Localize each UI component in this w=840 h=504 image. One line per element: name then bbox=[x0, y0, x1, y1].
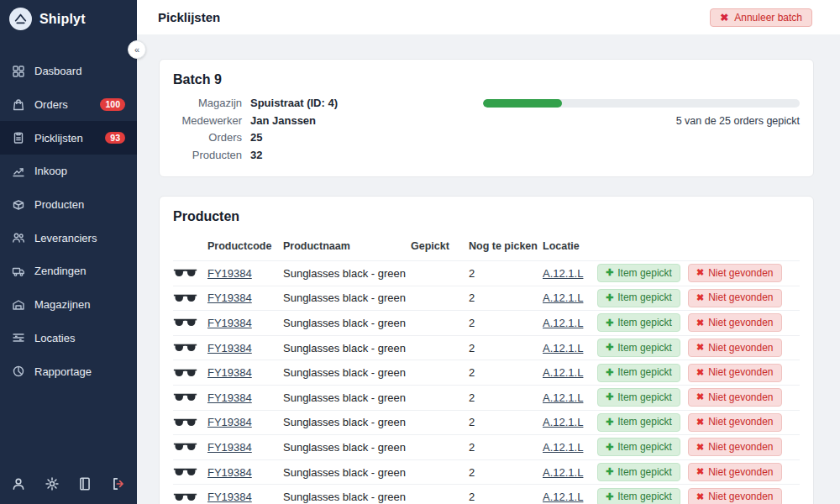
not-found-label: Niet gevonden bbox=[708, 291, 773, 304]
sidebar-item-label: Leveranciers bbox=[34, 232, 97, 244]
sidebar-item-magazijnen[interactable]: Magazijnen bbox=[0, 288, 137, 322]
sidebar-item-label: Locaties bbox=[34, 332, 75, 344]
not-found-label: Niet gevonden bbox=[708, 366, 773, 379]
gear-icon[interactable] bbox=[45, 476, 60, 491]
logout-icon[interactable] bbox=[111, 476, 126, 491]
shopping-bag-icon bbox=[12, 98, 25, 112]
trend-chart-icon bbox=[12, 165, 25, 178]
product-code-link[interactable]: FY19384 bbox=[207, 267, 252, 280]
sidebar-item-zendingen[interactable]: Zendingen bbox=[0, 255, 137, 288]
batch-card: Batch 9 Magazijn Spuistraat (ID: 4) Mede… bbox=[159, 59, 814, 177]
location-link[interactable]: A.12.1.L bbox=[543, 366, 583, 379]
location-link[interactable]: A.12.1.L bbox=[543, 291, 583, 304]
sidebar-item-leveranciers[interactable]: Leveranciers bbox=[0, 221, 137, 255]
item-picked-button[interactable]: ✚ Item gepickt bbox=[597, 463, 680, 481]
user-icon[interactable] bbox=[11, 476, 26, 491]
product-code-link[interactable]: FY19384 bbox=[207, 491, 252, 503]
sidebar-item-label: Zendingen bbox=[34, 265, 86, 277]
to-pick-count: 2 bbox=[469, 267, 543, 280]
item-picked-button[interactable]: ✚ Item gepickt bbox=[597, 413, 680, 432]
sidebar-item-orders[interactable]: Orders 100 bbox=[0, 88, 137, 122]
column-nog-te-picken: Nog te picken bbox=[469, 240, 543, 252]
progress-track bbox=[483, 99, 800, 108]
to-pick-count: 2 bbox=[469, 342, 543, 354]
not-found-button[interactable]: ✖ Niet gevonden bbox=[688, 388, 782, 407]
dashboard-icon bbox=[12, 65, 25, 78]
not-found-button[interactable]: ✖ Niet gevonden bbox=[688, 289, 782, 307]
not-found-button[interactable]: ✖ Niet gevonden bbox=[688, 313, 782, 332]
product-code-link[interactable]: FY19384 bbox=[207, 366, 252, 379]
product-code-link[interactable]: FY19384 bbox=[207, 342, 252, 354]
plus-icon: ✚ bbox=[606, 417, 613, 428]
item-picked-label: Item gepickt bbox=[617, 441, 672, 454]
row-actions: ✚ Item gepickt ✖ Niet gevonden bbox=[597, 388, 800, 407]
not-found-button[interactable]: ✖ Niet gevonden bbox=[688, 364, 782, 382]
progress-label: 5 van de 25 orders gepickt bbox=[483, 115, 800, 127]
cancel-batch-button[interactable]: ✖ Annuleer batch bbox=[710, 8, 812, 27]
sidebar-item-producten[interactable]: Producten bbox=[0, 188, 137, 222]
item-picked-button[interactable]: ✚ Item gepickt bbox=[597, 313, 680, 332]
plus-icon: ✚ bbox=[606, 367, 613, 379]
product-code-link[interactable]: FY19384 bbox=[207, 466, 252, 479]
sidebar-item-rapportage[interactable]: Rapportage bbox=[0, 354, 137, 388]
field-value: 25 bbox=[250, 131, 262, 144]
product-name: Sunglasses black - green bbox=[283, 416, 411, 428]
table-row: FY19384 Sunglasses black - green 2 A.12.… bbox=[173, 260, 800, 286]
location-link[interactable]: A.12.1.L bbox=[543, 466, 583, 479]
product-code-link[interactable]: FY19384 bbox=[207, 391, 252, 404]
item-picked-button[interactable]: ✚ Item gepickt bbox=[597, 289, 680, 307]
item-picked-button[interactable]: ✚ Item gepickt bbox=[597, 438, 680, 456]
column-locatie: Locatie bbox=[543, 240, 597, 252]
item-picked-label: Item gepickt bbox=[617, 342, 672, 354]
x-circle-icon: ✖ bbox=[696, 417, 704, 428]
location-link[interactable]: A.12.1.L bbox=[543, 416, 583, 428]
pie-chart-icon bbox=[12, 365, 25, 378]
product-name: Sunglasses black - green bbox=[283, 391, 411, 404]
racks-icon bbox=[12, 331, 25, 344]
item-picked-button[interactable]: ✚ Item gepickt bbox=[597, 264, 680, 282]
sidebar-collapse-button[interactable]: « bbox=[128, 40, 146, 59]
product-name: Sunglasses black - green bbox=[283, 491, 411, 503]
sidebar-item-inkoop[interactable]: Inkoop bbox=[0, 155, 137, 188]
sidebar-item-label: Rapportage bbox=[34, 365, 92, 378]
item-picked-button[interactable]: ✚ Item gepickt bbox=[597, 488, 680, 504]
sidebar-nav: Dasboard Orders 100 Picklijsten 93 bbox=[0, 55, 137, 388]
item-picked-label: Item gepickt bbox=[617, 366, 672, 379]
table-row: FY19384 Sunglasses black - green 2 A.12.… bbox=[173, 410, 800, 435]
x-circle-icon: ✖ bbox=[696, 318, 704, 329]
sidebar-item-picklijsten[interactable]: Picklijsten 93 bbox=[0, 121, 137, 155]
product-code-link[interactable]: FY19384 bbox=[207, 317, 252, 329]
batch-field-magazijn: Magazijn Spuistraat (ID: 4) bbox=[173, 97, 338, 109]
product-code-link[interactable]: FY19384 bbox=[207, 291, 252, 304]
product-code-link[interactable]: FY19384 bbox=[207, 416, 252, 428]
field-label: Magazijn bbox=[173, 97, 242, 109]
products-card: Producten Productcode Productnaam Gepick… bbox=[159, 196, 814, 504]
product-image bbox=[173, 317, 207, 328]
location-link[interactable]: A.12.1.L bbox=[543, 391, 583, 404]
not-found-button[interactable]: ✖ Niet gevonden bbox=[688, 264, 782, 282]
sidebar-item-label: Producten bbox=[34, 198, 84, 211]
to-pick-count: 2 bbox=[469, 466, 543, 479]
location-link[interactable]: A.12.1.L bbox=[543, 491, 583, 503]
product-code-link[interactable]: FY19384 bbox=[207, 441, 252, 454]
not-found-label: Niet gevonden bbox=[708, 317, 773, 329]
item-picked-button[interactable]: ✚ Item gepickt bbox=[597, 388, 680, 407]
not-found-button[interactable]: ✖ Niet gevonden bbox=[688, 463, 782, 481]
not-found-label: Niet gevonden bbox=[708, 267, 773, 280]
item-picked-button[interactable]: ✚ Item gepickt bbox=[597, 364, 680, 382]
not-found-button[interactable]: ✖ Niet gevonden bbox=[688, 413, 782, 432]
location-link[interactable]: A.12.1.L bbox=[543, 441, 583, 454]
sidebar-footer bbox=[0, 466, 137, 504]
row-actions: ✚ Item gepickt ✖ Niet gevonden bbox=[597, 339, 800, 357]
sidebar-item-dasboard[interactable]: Dasboard bbox=[0, 55, 137, 88]
not-found-button[interactable]: ✖ Niet gevonden bbox=[688, 438, 782, 456]
location-link[interactable]: A.12.1.L bbox=[543, 342, 583, 354]
column-gepickt: Gepickt bbox=[411, 240, 469, 252]
sidebar-item-locaties[interactable]: Locaties bbox=[0, 322, 137, 355]
not-found-button[interactable]: ✖ Niet gevonden bbox=[688, 339, 782, 357]
location-link[interactable]: A.12.1.L bbox=[543, 267, 583, 280]
item-picked-button[interactable]: ✚ Item gepickt bbox=[597, 339, 680, 357]
not-found-button[interactable]: ✖ Niet gevonden bbox=[688, 488, 782, 504]
book-icon[interactable] bbox=[77, 476, 92, 491]
location-link[interactable]: A.12.1.L bbox=[543, 317, 583, 329]
